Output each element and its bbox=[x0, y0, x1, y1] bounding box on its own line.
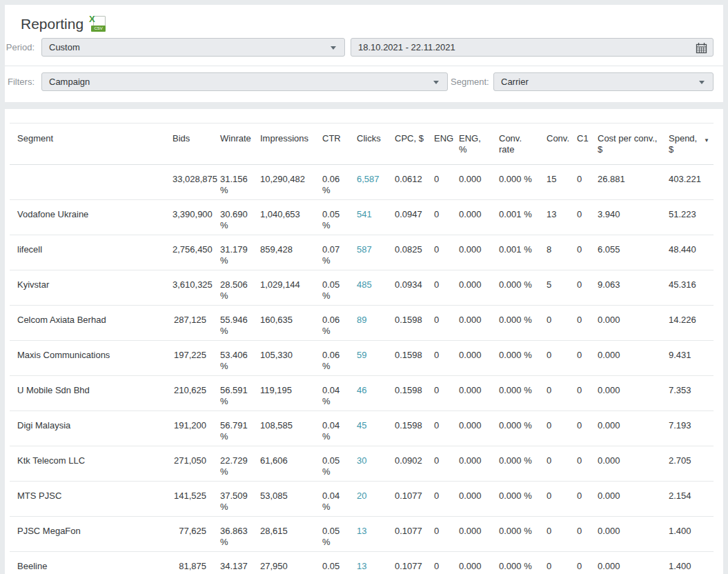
date-range-field[interactable]: 18.10.2021 - 22.11.2021 bbox=[351, 38, 714, 57]
column-header-conv[interactable]: Conv. bbox=[547, 123, 577, 165]
header-divider bbox=[5, 66, 723, 66]
page-title: Reporting bbox=[21, 16, 83, 32]
column-header-clicks[interactable]: Clicks bbox=[357, 123, 395, 165]
cell-conv_rate: 0.001 % bbox=[499, 235, 547, 270]
cell-conv: 5 bbox=[547, 270, 577, 306]
clicks-link[interactable]: 59 bbox=[357, 350, 366, 360]
cell-eng: 0 bbox=[434, 270, 459, 306]
cell-eng_pct: 0.000 bbox=[459, 270, 499, 306]
period-label: Period: bbox=[5, 42, 35, 52]
cell-conv_rate: 0.000 % bbox=[499, 270, 547, 306]
cell-conv_rate: 0.000 % bbox=[499, 552, 547, 574]
cell-conv: 0 bbox=[547, 411, 577, 446]
cell-conv_rate: 0.000 % bbox=[499, 411, 547, 446]
clicks-link[interactable]: 587 bbox=[357, 244, 372, 255]
cell-conv: 15 bbox=[547, 165, 577, 200]
cell-c1: 0 bbox=[577, 517, 598, 552]
cell-impressions: 160,635 bbox=[260, 306, 322, 341]
cell-segment bbox=[10, 165, 173, 200]
cell-bids: 3,610,325 bbox=[173, 270, 220, 306]
segment-select[interactable]: Carrier bbox=[493, 72, 714, 91]
cell-spend: 9.431 bbox=[669, 341, 714, 376]
clicks-link[interactable]: 13 bbox=[357, 526, 366, 536]
cell-cost_per_conv: 26.881 bbox=[598, 165, 669, 200]
report-header-card: Reporting X CSV Period: Custom 18.10.202… bbox=[5, 5, 723, 102]
cell-cost_per_conv: 0.000 bbox=[598, 517, 669, 552]
cell-eng_pct: 0.000 bbox=[459, 552, 499, 574]
period-select[interactable]: Custom bbox=[41, 38, 345, 57]
cell-cpc: 0.0947 bbox=[395, 200, 434, 235]
clicks-link[interactable]: 89 bbox=[357, 315, 366, 325]
cell-c1: 0 bbox=[577, 235, 598, 270]
clicks-link[interactable]: 13 bbox=[357, 561, 366, 571]
clicks-link[interactable]: 541 bbox=[357, 209, 372, 219]
cell-bids: 141,525 bbox=[173, 482, 220, 517]
column-header-spend[interactable]: Spend, $▼ bbox=[669, 123, 714, 165]
cell-impressions: 10,290,482 bbox=[260, 165, 322, 200]
clicks-link[interactable]: 30 bbox=[357, 455, 366, 466]
cell-clicks: 587 bbox=[357, 235, 395, 270]
column-header-ctr[interactable]: CTR bbox=[322, 123, 357, 165]
excel-x-glyph: X bbox=[89, 14, 95, 23]
report-table-body: 33,028,87531.156 %10,290,4820.06 %6,5870… bbox=[10, 165, 714, 574]
column-header-conv_rate[interactable]: Conv. rate bbox=[499, 123, 547, 165]
cell-cost_per_conv: 0.000 bbox=[598, 482, 669, 517]
cell-spend: 2.705 bbox=[669, 446, 714, 482]
cell-conv_rate: 0.000 % bbox=[499, 165, 547, 200]
cell-impressions: 61,606 bbox=[260, 446, 322, 482]
cell-segment: Kyivstar bbox=[10, 270, 173, 306]
cell-conv: 0 bbox=[547, 341, 577, 376]
cell-winrate: 56.591 % bbox=[220, 376, 260, 411]
cell-eng_pct: 0.000 bbox=[459, 411, 499, 446]
cell-cost_per_conv: 0.000 bbox=[598, 411, 669, 446]
cell-cpc: 0.1077 bbox=[395, 482, 434, 517]
cell-spend: 2.154 bbox=[669, 482, 714, 517]
cell-c1: 0 bbox=[577, 446, 598, 482]
column-header-c1[interactable]: C1 bbox=[577, 123, 598, 165]
sort-desc-icon[interactable]: ▼ bbox=[704, 135, 709, 146]
cell-conv_rate: 0.000 % bbox=[499, 306, 547, 341]
cell-clicks: 6,587 bbox=[357, 165, 395, 200]
cell-impressions: 53,085 bbox=[260, 482, 322, 517]
column-header-eng_pct[interactable]: ENG, % bbox=[459, 123, 499, 165]
cell-spend: 7.193 bbox=[669, 411, 714, 446]
cell-ctr: 0.05 % bbox=[322, 200, 357, 235]
cell-impressions: 28,615 bbox=[260, 517, 322, 552]
clicks-link[interactable]: 485 bbox=[357, 279, 372, 290]
cell-ctr: 0.05 % bbox=[322, 517, 357, 552]
cell-cpc: 0.0612 bbox=[395, 165, 434, 200]
table-row: PJSC MegaFon77,62536.863 %28,6150.05 %13… bbox=[10, 517, 714, 552]
cell-bids: 33,028,875 bbox=[173, 165, 220, 200]
cell-clicks: 59 bbox=[357, 341, 395, 376]
column-header-eng[interactable]: ENG bbox=[434, 123, 459, 165]
segment-label: Segment: bbox=[451, 77, 489, 87]
period-select-value: Custom bbox=[49, 42, 80, 52]
calendar-icon[interactable] bbox=[696, 42, 707, 56]
column-header-cost_per_conv[interactable]: Cost per conv., $ bbox=[598, 123, 669, 165]
cell-conv: 0 bbox=[547, 306, 577, 341]
cell-eng_pct: 0.000 bbox=[459, 235, 499, 270]
cell-winrate: 53.406 % bbox=[220, 341, 260, 376]
clicks-link[interactable]: 45 bbox=[357, 420, 366, 430]
table-row: Ktk Telecom LLC271,05022.729 %61,6060.05… bbox=[10, 446, 714, 482]
cell-eng: 0 bbox=[434, 446, 459, 482]
column-header-bids[interactable]: Bids bbox=[173, 123, 220, 165]
cell-conv: 0 bbox=[547, 482, 577, 517]
cell-eng: 0 bbox=[434, 411, 459, 446]
cell-eng_pct: 0.000 bbox=[459, 376, 499, 411]
cell-clicks: 485 bbox=[357, 270, 395, 306]
cell-conv: 0 bbox=[547, 446, 577, 482]
clicks-link[interactable]: 6,587 bbox=[357, 174, 380, 184]
clicks-link[interactable]: 20 bbox=[357, 491, 366, 501]
column-header-impressions[interactable]: Impressions bbox=[260, 123, 322, 165]
cell-ctr: 0.05 % bbox=[322, 552, 357, 574]
column-header-segment[interactable]: Segment bbox=[10, 123, 173, 165]
export-excel-icon[interactable]: X CSV bbox=[89, 14, 107, 32]
column-header-cpc[interactable]: CPC, $ bbox=[395, 123, 434, 165]
cell-ctr: 0.05 % bbox=[322, 446, 357, 482]
column-header-winrate[interactable]: Winrate bbox=[220, 123, 260, 165]
clicks-link[interactable]: 46 bbox=[357, 385, 366, 395]
cell-conv: 0 bbox=[547, 517, 577, 552]
cell-eng_pct: 0.000 bbox=[459, 306, 499, 341]
filters-select[interactable]: Campaign bbox=[41, 72, 448, 91]
